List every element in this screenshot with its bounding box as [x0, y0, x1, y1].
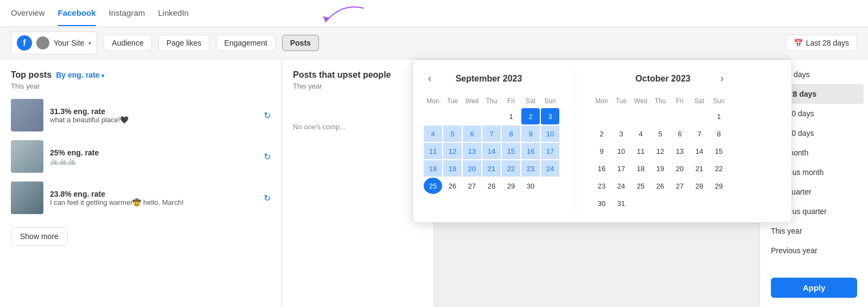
- filter-posts[interactable]: Posts: [282, 35, 319, 51]
- oct-day-19[interactable]: 19: [651, 160, 669, 177]
- post-text-3: I can feel it getting warmer🤠 hello, Mar…: [50, 198, 257, 206]
- sep-day-26[interactable]: 26: [443, 178, 462, 194]
- oct-day-22[interactable]: 22: [710, 160, 728, 177]
- sep-day-2[interactable]: 2: [521, 108, 540, 124]
- oct-day-9[interactable]: 9: [592, 143, 611, 159]
- oct-day-29[interactable]: 29: [710, 178, 728, 194]
- sep-day-8[interactable]: 8: [502, 126, 520, 142]
- nav-item-overview[interactable]: Overview: [11, 1, 45, 26]
- oct-day-10[interactable]: 10: [612, 143, 630, 159]
- oct-day-18[interactable]: 18: [631, 160, 650, 177]
- day-header-thu: Thu: [482, 95, 501, 107]
- refresh-icon-3[interactable]: ↻: [264, 193, 271, 203]
- date-range-button[interactable]: 📅 Last 28 days: [786, 35, 857, 51]
- engagement-rate-1: 31.3% eng. rate: [50, 107, 257, 116]
- sep-day-13[interactable]: 13: [463, 143, 481, 159]
- oct-day-14[interactable]: 14: [690, 143, 709, 159]
- sep-day-6[interactable]: 6: [463, 126, 481, 142]
- sep-day-9[interactable]: 9: [521, 126, 540, 142]
- next-month-button[interactable]: ›: [716, 71, 728, 86]
- upset-posts-panel: Posts that upset people This year No one…: [282, 59, 434, 307]
- sep-day-15[interactable]: 15: [502, 143, 520, 159]
- sep-day-23[interactable]: 23: [521, 160, 540, 177]
- date-option-prev-year[interactable]: Previous year: [760, 241, 868, 260]
- oct-day-28[interactable]: 28: [690, 178, 709, 194]
- oct-day-4[interactable]: 4: [631, 126, 650, 142]
- oct-day-header-wed: Wed: [631, 95, 650, 107]
- post-text-2: 🚲🚲🚲: [50, 157, 257, 165]
- sep-day-17[interactable]: 17: [541, 143, 559, 159]
- post-thumbnail-1: [11, 99, 43, 131]
- sep-day-5[interactable]: 5: [443, 126, 462, 142]
- sep-day-16[interactable]: 16: [521, 143, 540, 159]
- filter-audience[interactable]: Audience: [104, 35, 151, 51]
- day-header-wed: Wed: [463, 95, 481, 107]
- sep-day-12[interactable]: 12: [443, 143, 462, 159]
- oct-day-25[interactable]: 25: [631, 178, 650, 194]
- apply-button[interactable]: Apply: [771, 278, 857, 298]
- sep-day-28[interactable]: 28: [482, 178, 501, 194]
- oct-grid: Mon Tue Wed Thu Fri Sat Sun 1: [592, 95, 728, 211]
- nav-item-instagram[interactable]: Instagram: [109, 1, 145, 26]
- oct-day-3[interactable]: 3: [612, 126, 630, 142]
- filter-engagement[interactable]: Engagement: [216, 35, 275, 51]
- oct-day-23[interactable]: 23: [592, 178, 611, 194]
- oct-day-21[interactable]: 21: [690, 160, 709, 177]
- sep-day-25[interactable]: 25: [424, 178, 442, 194]
- oct-day-26[interactable]: 26: [651, 178, 669, 194]
- sep-day-30[interactable]: 30: [521, 178, 540, 194]
- oct-empty-6: [690, 108, 709, 124]
- main-content: Top posts By eng. rate ▾ This year 31.3%…: [0, 59, 868, 307]
- sep-day-4[interactable]: 4: [424, 126, 442, 142]
- oct-day-6[interactable]: 6: [671, 126, 689, 142]
- sep-day-3[interactable]: 3: [541, 108, 559, 124]
- oct-day-27[interactable]: 27: [671, 178, 689, 194]
- oct-day-12[interactable]: 12: [651, 143, 669, 159]
- sep-day-11[interactable]: 11: [424, 143, 442, 159]
- filter-page-likes[interactable]: Page likes: [158, 35, 210, 51]
- sep-day-24[interactable]: 24: [541, 160, 559, 177]
- prev-month-button[interactable]: ‹: [424, 71, 436, 86]
- sep-day-22[interactable]: 22: [502, 160, 520, 177]
- site-selector[interactable]: f Your Site ▾: [11, 32, 97, 54]
- oct-day-17[interactable]: 17: [612, 160, 630, 177]
- oct-day-11[interactable]: 11: [631, 143, 650, 159]
- oct-day-20[interactable]: 20: [671, 160, 689, 177]
- refresh-icon-1[interactable]: ↻: [264, 110, 271, 121]
- oct-empty-1: [592, 108, 611, 124]
- sep-day-1[interactable]: 1: [502, 108, 520, 124]
- date-option-this-year[interactable]: This year: [760, 221, 868, 241]
- oct-day-15[interactable]: 15: [710, 143, 728, 159]
- day-header-sun: Sun: [541, 95, 559, 107]
- sep-day-27[interactable]: 27: [463, 178, 481, 194]
- sep-day-20[interactable]: 20: [463, 160, 481, 177]
- sep-day-18[interactable]: 18: [424, 160, 442, 177]
- oct-day-2[interactable]: 2: [592, 126, 611, 142]
- sep-day-21[interactable]: 21: [482, 160, 501, 177]
- sep-day-19[interactable]: 19: [443, 160, 462, 177]
- refresh-icon-2[interactable]: ↻: [264, 152, 271, 162]
- oct-day-1[interactable]: 1: [710, 108, 728, 124]
- engagement-rate-3: 23.8% eng. rate: [50, 190, 257, 198]
- oct-day-16[interactable]: 16: [592, 160, 611, 177]
- sep-day-10[interactable]: 10: [541, 126, 559, 142]
- oct-day-30[interactable]: 30: [592, 195, 611, 211]
- nav-item-facebook[interactable]: Facebook: [58, 1, 96, 26]
- oct-day-24[interactable]: 24: [612, 178, 630, 194]
- sep-day-7[interactable]: 7: [482, 126, 501, 142]
- sep-header: ‹ September 2023: [424, 71, 559, 86]
- oct-empty-5: [671, 108, 689, 124]
- post-item-3: 23.8% eng. rate I can feel it getting wa…: [11, 181, 271, 214]
- oct-day-31[interactable]: 31: [612, 195, 630, 211]
- oct-day-8[interactable]: 8: [710, 126, 728, 142]
- oct-day-13[interactable]: 13: [671, 143, 689, 159]
- oct-day-5[interactable]: 5: [651, 126, 669, 142]
- oct-day-7[interactable]: 7: [690, 126, 709, 142]
- sep-day-29[interactable]: 29: [502, 178, 520, 194]
- nav-item-linkedin[interactable]: LinkedIn: [158, 1, 189, 26]
- sort-selector[interactable]: By eng. rate ▾: [56, 71, 104, 79]
- show-more-button[interactable]: Show more: [11, 227, 68, 246]
- oct-day-header-mon: Mon: [592, 95, 611, 107]
- sep-day-14[interactable]: 14: [482, 143, 501, 159]
- sep-grid: Mon Tue Wed Thu Fri Sat Sun 1 2 3: [424, 95, 559, 194]
